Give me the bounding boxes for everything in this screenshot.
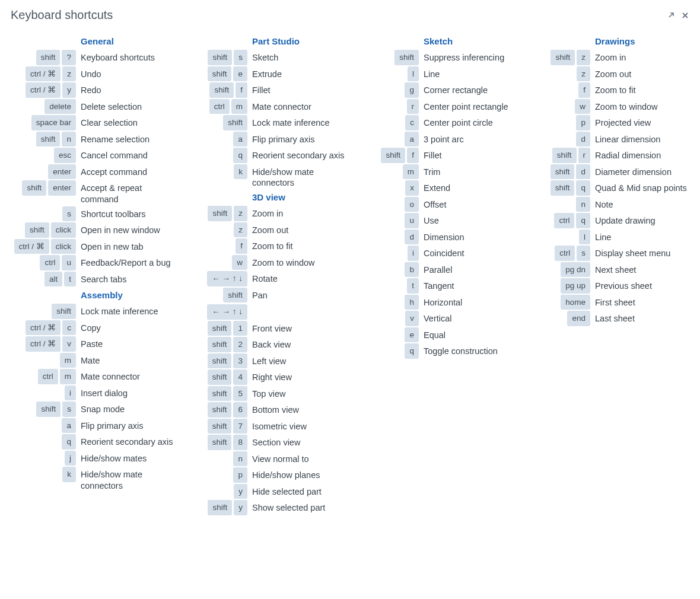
shortcut-description: Paste	[81, 336, 175, 350]
key-cap: shift	[22, 180, 46, 196]
close-icon[interactable]	[681, 11, 689, 20]
shortcut-row: shift1Front view	[182, 321, 346, 336]
shortcut-row: ctrl / ⌘zUndo	[11, 66, 175, 82]
key-group: x	[354, 180, 424, 196]
key-cap: s	[62, 206, 76, 222]
dialog-header: Keyboard shortcuts	[11, 8, 689, 22]
key-group: y	[182, 484, 252, 499]
shortcut-description: 3 point arc	[424, 132, 518, 145]
key-cap: w	[575, 99, 590, 114]
key-cap: a	[62, 418, 76, 434]
shortcut-description: Lock mate inference	[252, 115, 346, 129]
shortcut-row: nNote	[525, 197, 689, 212]
section-heading: Sketch	[354, 36, 518, 46]
shortcut-description: Top view	[252, 386, 346, 400]
key-group: delete	[11, 99, 81, 114]
shortcut-row: ctrl / ⌘cCopy	[11, 320, 175, 336]
key-cap: esc	[54, 148, 76, 163]
shortcut-description: Corner rectangle	[424, 82, 518, 96]
shortcut-description: Mate connector	[81, 369, 175, 383]
shortcut-description: Next sheet	[595, 262, 689, 276]
key-cap: space bar	[31, 115, 76, 130]
shortcut-description: Zoom to window	[595, 99, 689, 113]
key-cap: end	[567, 311, 590, 326]
key-group: j	[11, 451, 81, 466]
shortcut-row: iCoincident	[354, 246, 518, 261]
shortcut-row: dLinear dimension	[525, 132, 689, 147]
shortcut-row: endLast sheet	[525, 311, 689, 326]
key-group: z	[525, 66, 595, 82]
key-cap: c	[405, 115, 419, 130]
shortcut-description: Zoom in	[252, 206, 346, 219]
shortcut-description: Right view	[252, 369, 346, 383]
key-cap: s	[577, 246, 590, 261]
shortcut-row: hHorizontal	[354, 295, 518, 310]
key-group: end	[525, 311, 595, 326]
shortcut-row: enterAccept command	[11, 164, 175, 180]
shortcut-row: shift7Isometric view	[182, 419, 346, 434]
key-group: pg dn	[525, 262, 595, 278]
shortcut-column: Generalshift?Keyboard shortcutsctrl / ⌘z…	[11, 33, 175, 493]
key-group: shiftr	[525, 148, 595, 163]
key-cap: y	[234, 500, 247, 515]
shortcut-row: shiftsSnap mode	[11, 402, 175, 417]
key-cap: ctrl	[40, 255, 60, 270]
shortcut-description: Previous sheet	[595, 278, 689, 292]
key-group: shifty	[182, 500, 252, 515]
key-cap: ctrl / ⌘	[26, 66, 61, 82]
key-group: altt	[11, 272, 81, 287]
shortcut-description: Hide/show mate connectors	[252, 164, 346, 189]
shortcut-column: SketchshiftSuppress inferencinglLinegCor…	[354, 33, 518, 360]
popout-icon[interactable]	[667, 11, 675, 20]
shortcut-description: Cancel command	[81, 148, 175, 161]
key-cap: shift	[208, 419, 232, 434]
shortcut-description: Section view	[252, 435, 346, 448]
key-cap: shift	[551, 180, 575, 196]
key-cap: q	[576, 180, 590, 196]
key-cap: o	[405, 197, 419, 212]
shortcut-row: alttSearch tabs	[11, 272, 175, 287]
shortcut-description: Coincident	[424, 246, 518, 259]
key-cap: shift	[52, 304, 76, 319]
key-cap: z	[234, 222, 247, 238]
key-group: l	[525, 230, 595, 245]
shortcut-row: fZoom to fit	[182, 238, 346, 254]
shortcut-description: Delete selection	[81, 99, 175, 113]
shortcut-description: Reorient secondary axis	[252, 148, 346, 161]
shortcut-description: Pan	[252, 288, 346, 301]
shortcut-row: shiftfFillet	[182, 82, 346, 98]
key-group: t	[354, 278, 424, 294]
key-cap: m	[231, 99, 247, 114]
section-heading: 3D view	[182, 192, 346, 202]
shortcut-description: Snap mode	[81, 402, 175, 415]
key-cap: shift	[36, 132, 61, 147]
key-cap: r	[407, 99, 419, 114]
key-group: q	[182, 148, 252, 163]
key-group: ctrlq	[525, 213, 595, 228]
shortcut-description: Undo	[81, 66, 175, 80]
shortcut-row: ctrl / ⌘vPaste	[11, 336, 175, 352]
key-group: home	[525, 295, 595, 310]
key-cap: 4	[233, 369, 247, 385]
key-cap: shift	[208, 66, 232, 82]
shortcut-description: Linear dimension	[595, 132, 689, 145]
key-cap: shift	[208, 206, 232, 221]
shortcut-description: Equal	[424, 327, 518, 341]
dialog-title: Keyboard shortcuts	[11, 8, 113, 22]
key-cap: i	[65, 385, 76, 401]
shortcut-row: fZoom to fit	[525, 82, 689, 98]
shortcut-row: shiftsSketch	[182, 50, 346, 65]
key-cap: z	[577, 50, 590, 65]
key-group: a	[182, 132, 252, 147]
key-group: o	[354, 197, 424, 212]
shortcut-row: shiftqQuad & Mid snap points	[525, 180, 689, 196]
key-group: p	[525, 115, 595, 130]
key-cap: pg up	[561, 278, 590, 294]
shortcut-description: First sheet	[595, 295, 689, 308]
key-group: shift?	[11, 50, 81, 65]
key-group: z	[182, 222, 252, 238]
key-group: shiftenter	[11, 180, 81, 196]
shortcut-description: Tangent	[424, 278, 518, 292]
shortcut-row: ctrluFeedback/Report a bug	[11, 255, 175, 270]
key-group: shift	[11, 304, 81, 319]
